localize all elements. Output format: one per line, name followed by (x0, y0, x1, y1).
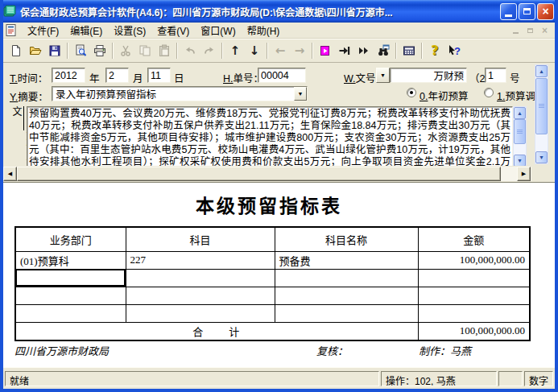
cell-department[interactable] (15, 304, 126, 322)
cell-subject[interactable]: 227 (126, 251, 275, 269)
wen-hao-dropdown-button[interactable]: ▼ (376, 68, 390, 83)
scroll-thumb[interactable] (535, 78, 548, 134)
minimize-button[interactable] (500, 3, 517, 20)
cell-amount[interactable]: 100,000,000.00 (418, 251, 530, 269)
child-close-icon: × (542, 25, 548, 36)
cut-button[interactable] (116, 41, 135, 60)
selected-cell[interactable] (15, 269, 126, 287)
scissors-icon (119, 44, 132, 57)
scroll-down-icon[interactable]: ▼ (514, 155, 526, 167)
move-down-button[interactable]: ↓ (245, 41, 264, 60)
col-header-subject-name: 科目名称 (275, 227, 418, 251)
cell-subject-name[interactable]: 预备费 (275, 251, 418, 269)
horizontal-scrollbar-row: ◀ ▶ (3, 166, 555, 182)
menu-window[interactable]: 窗口(W) (195, 22, 241, 39)
summary-dropdown-button[interactable]: ▼ (294, 87, 307, 101)
body-scrollbar[interactable]: ▲ ▼ (513, 106, 527, 167)
paste-button[interactable] (155, 41, 174, 60)
scroll-thumb[interactable] (17, 167, 501, 181)
print-icon (93, 44, 106, 57)
day-input[interactable] (147, 68, 171, 83)
print-button[interactable] (90, 41, 110, 60)
scroll-left-icon[interactable]: ◀ (3, 167, 17, 181)
save-button[interactable] (45, 41, 64, 60)
cell-subject[interactable] (126, 287, 275, 304)
month-input[interactable] (105, 68, 129, 83)
record-nav-button[interactable] (316, 41, 335, 60)
wen-hao-prefix-input[interactable] (390, 68, 467, 83)
maximize-button[interactable] (519, 3, 535, 20)
redo-button[interactable] (200, 41, 219, 60)
open-button[interactable] (26, 41, 45, 60)
cell-department[interactable] (15, 287, 126, 304)
wen-hao-suffix: 号 (510, 70, 520, 85)
menu-file[interactable]: 文件(F) (22, 22, 64, 39)
copy-button[interactable] (135, 41, 155, 60)
doc-no-input[interactable] (258, 68, 306, 83)
year-input[interactable] (52, 68, 85, 83)
print-preview-button[interactable] (71, 41, 90, 60)
cell-amount[interactable] (418, 287, 530, 304)
menu-help[interactable]: 帮助(H) (242, 22, 286, 39)
arrow-up-icon: ↑ (230, 45, 241, 57)
col-header-subject: 科目 (126, 227, 275, 251)
scroll-up-icon[interactable]: ▲ (535, 65, 548, 77)
horizontal-scrollbar[interactable]: ◀ ▶ (3, 167, 531, 181)
undo-icon (184, 44, 196, 57)
toolbar-separator (395, 43, 397, 59)
toolbar-separator (176, 43, 178, 59)
help-button[interactable]: ? (425, 41, 444, 60)
report-preview: 本级预留指标表 业务部门 科目 科目名称 金额 (01)预算科 227 预备费 … (3, 182, 555, 367)
radio-budget-adjust[interactable] (484, 88, 494, 97)
title-bar: 保会通财政总预算会计软件(A4.6)：四川省万源市财政局(D:\保会通数据\四川… (0, 0, 558, 23)
arrow-left-icon: ← (275, 45, 286, 57)
toolbar-separator (221, 43, 223, 59)
find-button[interactable] (374, 41, 393, 60)
app-window: 保会通财政总预算会计软件(A4.6)：四川省万源市财政局(D:\保会通数据\四川… (0, 0, 558, 392)
child-close-button[interactable]: × (539, 26, 550, 35)
scroll-right-icon[interactable]: ▶ (517, 167, 531, 181)
cell-subject-name[interactable] (275, 304, 418, 322)
arrow-down-icon: ↓ (250, 45, 260, 57)
status-mode: 数字 (524, 371, 553, 386)
summary-value: 录入年初预算预留指标 (52, 86, 294, 101)
menu-edit[interactable]: 编辑(E) (64, 22, 108, 39)
cell-subject-name[interactable] (275, 269, 418, 287)
summary-combobox[interactable]: 录入年初预算预留指标 ▼ (52, 86, 308, 101)
next-record-button[interactable]: → (290, 41, 309, 60)
fast-forward-button[interactable] (354, 41, 374, 60)
radio-initial-budget[interactable] (407, 88, 416, 97)
cell-subject-name[interactable] (275, 287, 418, 304)
cell-subject[interactable] (126, 269, 275, 287)
undo-button[interactable] (180, 41, 200, 60)
open-folder-icon (29, 44, 42, 57)
wen-hao-number-input[interactable] (485, 68, 506, 83)
year-suffix: 年 (89, 70, 100, 85)
context-help-button[interactable]: ? (444, 41, 464, 60)
table-header-row: 业务部门 科目 科目名称 金额 (15, 227, 530, 251)
child-minimize-button[interactable] (510, 26, 521, 35)
cell-subject[interactable] (126, 304, 275, 322)
scroll-up-icon[interactable]: ▲ (514, 107, 526, 119)
go-last-button[interactable] (335, 41, 354, 60)
menu-view[interactable]: 查看(V) (151, 22, 195, 39)
close-icon: × (542, 5, 548, 18)
cell-amount[interactable] (418, 269, 530, 287)
scroll-down-icon[interactable]: ▼ (535, 151, 548, 163)
cell-amount[interactable] (418, 304, 530, 322)
calculator-button[interactable] (399, 41, 419, 60)
close-button[interactable]: × (537, 3, 554, 20)
child-restore-button[interactable] (525, 26, 535, 35)
prev-record-button[interactable]: ← (271, 41, 290, 60)
cell-department[interactable]: (01)预算科 (15, 251, 126, 269)
indicator-table: 业务部门 科目 科目名称 金额 (01)预算科 227 预备费 100,000,… (14, 226, 531, 341)
go-last-icon (338, 44, 351, 57)
move-up-button[interactable]: ↑ (225, 41, 245, 60)
new-document-button[interactable] (6, 41, 26, 60)
menu-settings[interactable]: 设置(S) (108, 22, 151, 39)
body-textarea[interactable]: 预留购置费40万元、会议费20万元、维修费18万元、党报党刊征订费8万元；税费改… (27, 106, 513, 167)
scroll-thumb[interactable] (514, 119, 526, 144)
document-icon[interactable] (5, 24, 18, 36)
panel-scrollbar[interactable]: ▲ ▼ (535, 64, 548, 164)
table-row (15, 269, 530, 287)
